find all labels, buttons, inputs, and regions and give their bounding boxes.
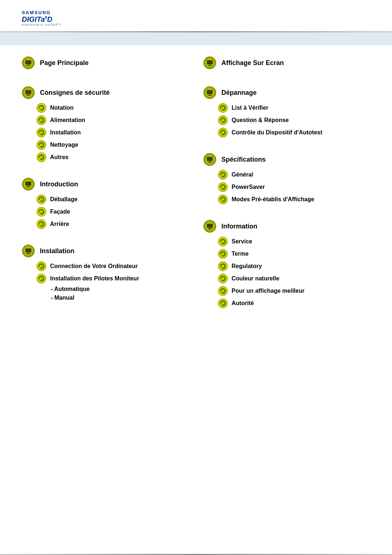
sub-item-question-reponse[interactable]: Question & Réponse xyxy=(218,115,370,125)
sub-item-alimentation[interactable]: Alimentation xyxy=(36,115,189,125)
arrow-icon xyxy=(36,127,46,138)
sub-item-notation[interactable]: Notation xyxy=(36,103,189,113)
monitor-icon xyxy=(22,178,35,191)
logo: SAMSUNG DIGITallD everyone's invited™ xyxy=(22,10,61,27)
sub-item-powersaver[interactable]: PowerSaver xyxy=(218,182,370,192)
monitor-icon xyxy=(203,220,216,233)
svg-rect-29 xyxy=(26,187,30,187)
sub-item-label-facade: Façade xyxy=(50,208,70,215)
monitor-icon xyxy=(22,244,35,258)
main-content: Page Principale Consignes de sécurité No… xyxy=(0,45,392,554)
sub-item-label-modes-affichage: Modes Pré-établis d'Affichage xyxy=(232,196,314,203)
section-header-introduction[interactable]: Introduction xyxy=(22,178,189,191)
section-title-introduction: Introduction xyxy=(40,181,78,188)
sub-item-list-verifier[interactable]: List à Vérifier xyxy=(218,103,370,113)
sub-item-label-affichage-meilleur: Pour un affichage meilleur xyxy=(232,288,305,294)
arrow-icon xyxy=(218,103,228,113)
sub-item-terme[interactable]: Terme xyxy=(218,249,370,259)
arrow-icon xyxy=(36,219,46,229)
sub-item-label-installation: Installation xyxy=(50,129,81,136)
sub-item-couleur-naturelle[interactable]: Couleur naturelle xyxy=(218,274,370,284)
sub-item-label-general: Général xyxy=(232,171,253,178)
sub-item-label-regulatory: Regulatory xyxy=(232,263,262,270)
section-title-page-principale: Page Principale xyxy=(40,59,89,67)
samsung-line: SAMSUNG xyxy=(22,10,61,15)
digital-line: DIGITallD xyxy=(22,15,61,23)
sub-item-nettoyage[interactable]: Nettoyage xyxy=(36,140,189,150)
sub-item-autorite[interactable]: Autorité xyxy=(218,298,370,308)
svg-rect-85 xyxy=(207,224,213,228)
section-header-specifications[interactable]: Spécifications xyxy=(203,153,370,166)
section-header-installation-section[interactable]: Installation xyxy=(22,244,189,258)
svg-rect-8 xyxy=(27,94,30,95)
sub-item-controle-autotest[interactable]: Contrôle du Dispositif d'Autotest xyxy=(218,127,370,138)
section-specifications: Spécifications Général PowerSaver Modes … xyxy=(203,153,370,207)
sub-item-regulatory[interactable]: Regulatory xyxy=(218,261,370,271)
arrow-icon xyxy=(218,298,228,308)
svg-rect-73 xyxy=(208,162,212,163)
sub-item-label-notation: Notation xyxy=(50,105,74,111)
svg-rect-27 xyxy=(25,182,31,186)
sub-item-label-terme: Terme xyxy=(232,251,249,257)
sub-item-label-connection: Connection de Votre Ordinateur xyxy=(50,263,138,270)
sub-item-label-autorite: Autorité xyxy=(232,300,254,307)
svg-rect-71 xyxy=(207,157,213,161)
svg-rect-57 xyxy=(207,90,213,94)
page: SAMSUNG DIGITallD everyone's invited™ Pa… xyxy=(0,0,392,555)
svg-rect-41 xyxy=(25,248,31,252)
sub-item-facade[interactable]: Façade xyxy=(36,207,189,217)
sub-item-label-arriere: Arrière xyxy=(50,221,69,227)
indent-label-automatique: - Automatique xyxy=(51,286,90,292)
section-header-depannage[interactable]: Dépannage xyxy=(203,86,370,99)
sub-item-modes-affichage[interactable]: Modes Pré-établis d'Affichage xyxy=(218,194,370,204)
tagline-line: everyone's invited™ xyxy=(22,23,61,27)
sub-item-label-installation-pilotes: Installation des Pilotes Moniteur xyxy=(50,275,139,282)
monitor-icon xyxy=(203,56,216,69)
sub-item-label-nettoyage: Nettoyage xyxy=(50,142,78,148)
arrow-icon xyxy=(36,115,46,125)
svg-rect-54 xyxy=(208,65,212,66)
section-title-consignes-securite: Consignes de sécurité xyxy=(40,89,110,97)
sub-item-service[interactable]: Service xyxy=(218,236,370,247)
indent-item-automatique[interactable]: - Automatique xyxy=(51,286,189,292)
sub-item-installation[interactable]: Installation xyxy=(36,127,189,138)
svg-rect-4 xyxy=(26,65,30,66)
header: SAMSUNG DIGITallD everyone's invited™ xyxy=(0,0,392,27)
section-title-depannage: Dépannage xyxy=(221,89,257,97)
monitor-icon xyxy=(203,86,216,99)
sub-item-arriere[interactable]: Arrière xyxy=(36,219,189,229)
svg-rect-3 xyxy=(27,65,30,65)
section-title-information: Information xyxy=(221,223,257,230)
index-bar xyxy=(0,32,392,45)
svg-rect-58 xyxy=(208,94,211,95)
section-information: Information Service Terme Regulatory Cou… xyxy=(203,220,370,311)
left-column: Page Principale Consignes de sécurité No… xyxy=(22,56,189,324)
arrow-icon xyxy=(218,261,228,271)
svg-rect-86 xyxy=(208,228,211,229)
sub-item-affichage-meilleur[interactable]: Pour un affichage meilleur xyxy=(218,286,370,296)
section-header-information[interactable]: Information xyxy=(203,220,370,233)
monitor-icon xyxy=(22,86,35,99)
arrow-icon xyxy=(36,274,46,284)
svg-rect-9 xyxy=(26,95,30,96)
section-introduction: Introduction Déballage Façade Arrière xyxy=(22,178,189,231)
sub-item-label-couleur-naturelle: Couleur naturelle xyxy=(232,275,279,282)
sub-item-autres[interactable]: Autres xyxy=(36,152,189,162)
svg-rect-52 xyxy=(207,60,213,64)
sub-item-installation-pilotes[interactable]: Installation des Pilotes Moniteur xyxy=(36,274,189,284)
section-title-installation-section: Installation xyxy=(40,247,74,255)
sub-item-label-controle-autotest: Contrôle du Dispositif d'Autotest xyxy=(232,129,322,136)
arrow-icon xyxy=(218,127,228,138)
right-column: Affichage Sur Ecran Dépannage List à Vér… xyxy=(203,56,370,324)
section-header-page-principale[interactable]: Page Principale xyxy=(22,56,189,69)
monitor-icon xyxy=(203,153,216,166)
sub-item-deballage[interactable]: Déballage xyxy=(36,194,189,204)
sub-item-label-powersaver: PowerSaver xyxy=(232,184,265,190)
section-affichage-ecran: Affichage Sur Ecran xyxy=(203,56,370,73)
sub-item-connection[interactable]: Connection de Votre Ordinateur xyxy=(36,261,189,271)
section-header-consignes-securite[interactable]: Consignes de sécurité xyxy=(22,86,189,99)
section-header-affichage-ecran[interactable]: Affichage Sur Ecran xyxy=(203,56,370,69)
indent-item-manual[interactable]: - Manual xyxy=(51,295,189,301)
svg-rect-42 xyxy=(27,253,30,254)
sub-item-general[interactable]: Général xyxy=(218,170,370,180)
